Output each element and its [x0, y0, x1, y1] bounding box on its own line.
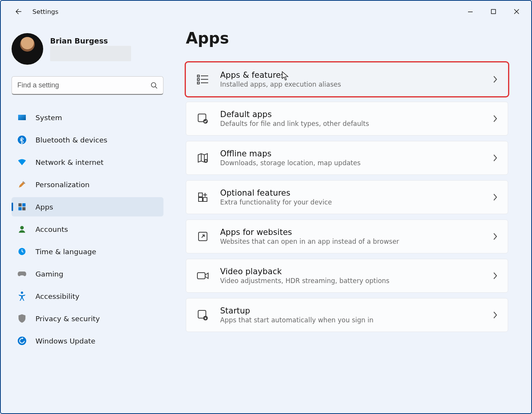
card-title: Default apps: [220, 110, 481, 119]
sidebar-item-label: System: [35, 114, 62, 122]
svg-rect-16: [197, 82, 199, 84]
sidebar-item-bluetooth[interactable]: Bluetooth & devices: [12, 130, 163, 149]
sidebar-item-label: Bluetooth & devices: [35, 136, 107, 144]
card-title: Apps for websites: [220, 228, 481, 237]
startup-icon: [196, 308, 209, 322]
card-title: Video playback: [220, 267, 481, 276]
avatar: [12, 33, 43, 65]
maximize-icon: [491, 9, 496, 14]
card-title: Optional features: [220, 188, 481, 198]
sidebar-item-label: Gaming: [35, 270, 63, 278]
card-apps-for-websites[interactable]: Apps for websites Websites that can open…: [186, 220, 508, 253]
wifi-icon: [17, 157, 27, 167]
window-title: Settings: [32, 8, 59, 15]
svg-rect-23: [199, 193, 202, 197]
card-startup[interactable]: Startup Apps that start automatically wh…: [186, 298, 508, 332]
svg-point-10: [20, 226, 24, 230]
sidebar-item-privacy[interactable]: Privacy & security: [12, 309, 163, 328]
sidebar-item-label: Accessibility: [35, 292, 79, 300]
sidebar-item-accounts[interactable]: Accounts: [12, 220, 163, 239]
main-content: Apps Apps & features Installed apps, app…: [170, 22, 531, 413]
chevron-right-icon: [492, 311, 498, 319]
svg-rect-15: [197, 79, 199, 80]
close-icon: [514, 9, 519, 14]
search-wrapper: [12, 76, 163, 95]
sidebar-item-label: Time & language: [35, 248, 96, 256]
default-apps-icon: [196, 112, 209, 125]
maximize-button[interactable]: [482, 4, 505, 19]
card-apps-features[interactable]: Apps & features Installed apps, app exec…: [186, 62, 508, 96]
update-icon: [17, 336, 27, 346]
card-subtitle: Downloads, storage location, map updates: [220, 159, 481, 167]
sidebar-item-label: Privacy & security: [35, 315, 100, 323]
map-icon: [196, 151, 209, 164]
chevron-right-icon: [492, 193, 498, 201]
svg-rect-7: [22, 203, 25, 206]
sidebar: Brian Burgess System: [1, 22, 170, 413]
chevron-right-icon: [492, 114, 498, 123]
svg-rect-0: [468, 12, 473, 12]
minimize-icon: [468, 9, 473, 14]
sidebar-item-accessibility[interactable]: Accessibility: [12, 287, 163, 306]
paintbrush-icon: [17, 179, 27, 189]
card-subtitle: Video adjustments, HDR streaming, batter…: [220, 277, 481, 285]
sidebar-item-gaming[interactable]: Gaming: [12, 264, 163, 283]
card-offline-maps[interactable]: Offline maps Downloads, storage location…: [186, 141, 508, 175]
close-button[interactable]: [505, 4, 528, 19]
card-default-apps[interactable]: Default apps Defaults for file and link …: [186, 102, 508, 136]
user-name: Brian Burgess: [50, 37, 131, 45]
clock-globe-icon: [17, 246, 27, 256]
arrow-left-icon: [14, 7, 23, 16]
minimize-button[interactable]: [459, 4, 482, 19]
bluetooth-icon: [17, 135, 27, 145]
sidebar-item-label: Personalization: [35, 181, 89, 189]
card-video-playback[interactable]: Video playback Video adjustments, HDR st…: [186, 259, 508, 293]
apps-icon: [17, 202, 27, 212]
sidebar-item-apps[interactable]: Apps: [12, 197, 163, 216]
profile-block[interactable]: Brian Burgess: [12, 33, 163, 65]
page-title: Apps: [186, 29, 508, 47]
svg-rect-9: [22, 207, 25, 210]
svg-rect-24: [199, 198, 202, 201]
sidebar-item-label: Accounts: [35, 225, 68, 233]
svg-rect-4: [18, 115, 26, 120]
svg-rect-14: [197, 75, 199, 77]
gamepad-icon: [17, 269, 27, 279]
card-subtitle: Extra functionality for your device: [220, 198, 481, 206]
card-subtitle: Installed apps, app execution aliases: [220, 80, 481, 88]
accessibility-icon: [17, 291, 27, 301]
svg-point-12: [21, 292, 23, 294]
svg-point-5: [18, 136, 26, 144]
chevron-right-icon: [492, 154, 498, 162]
chevron-right-icon: [492, 272, 498, 280]
sidebar-item-network[interactable]: Network & internet: [12, 153, 163, 172]
sidebar-item-label: Network & internet: [35, 158, 104, 166]
card-optional-features[interactable]: Optional features Extra functionality fo…: [186, 180, 508, 214]
video-icon: [196, 269, 209, 282]
shield-icon: [17, 313, 27, 323]
user-email-redacted: [50, 46, 131, 61]
card-subtitle: Apps that start automatically when you s…: [220, 316, 481, 324]
chevron-right-icon: [492, 75, 498, 84]
optional-features-icon: [196, 191, 209, 204]
svg-rect-8: [19, 207, 22, 210]
sidebar-item-windows-update[interactable]: Windows Update: [12, 331, 163, 350]
sidebar-item-label: Apps: [35, 203, 53, 211]
open-link-icon: [196, 230, 209, 243]
card-subtitle: Websites that can open in an app instead…: [220, 238, 481, 245]
display-icon: [17, 112, 27, 122]
search-input[interactable]: [12, 76, 163, 95]
svg-rect-27: [197, 273, 205, 279]
nav-list: System Bluetooth & devices Network & int…: [12, 108, 163, 354]
sidebar-item-system[interactable]: System: [12, 108, 163, 127]
list-icon: [196, 73, 209, 86]
window-controls: [459, 4, 528, 19]
svg-rect-25: [203, 198, 207, 201]
card-subtitle: Defaults for file and link types, other …: [220, 120, 481, 127]
sidebar-item-personalization[interactable]: Personalization: [12, 175, 163, 194]
back-button[interactable]: [12, 5, 25, 18]
sidebar-item-time-language[interactable]: Time & language: [12, 242, 163, 261]
titlebar: Settings: [1, 1, 531, 22]
card-title: Offline maps: [220, 149, 481, 158]
sidebar-item-label: Windows Update: [35, 337, 95, 345]
